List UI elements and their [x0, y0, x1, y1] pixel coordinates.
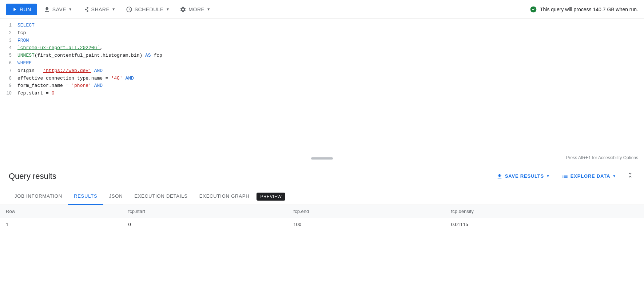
tab-execution-graph[interactable]: EXECUTION GRAPH: [194, 188, 255, 205]
line-number: 2: [0, 30, 17, 37]
results-title: Query results: [9, 172, 493, 181]
token-plain: fcp: [154, 53, 162, 58]
save-chevron: ▼: [68, 7, 72, 11]
save-icon: [44, 6, 50, 13]
token-kw: SELECT: [17, 23, 35, 28]
results-header: Query results SAVE RESULTS ▼ EXPLORE DAT…: [0, 164, 644, 188]
results-actions: SAVE RESULTS ▼ EXPLORE DATA ▼: [493, 170, 635, 182]
token-kw: AS: [142, 53, 154, 58]
token-fn-color: UNNEST: [17, 53, 35, 58]
table-row: 101000.01115: [0, 218, 644, 231]
col-header-fcp-end: fcp.end: [288, 205, 445, 218]
schedule-label: SCHEDULE: [135, 7, 164, 12]
line-content: FROM: [17, 37, 644, 45]
line-number: 6: [0, 60, 17, 67]
tab-execution-details[interactable]: EXECUTION DETAILS: [128, 188, 193, 205]
save-button[interactable]: SAVE ▼: [40, 3, 76, 16]
line-number: 4: [0, 45, 17, 52]
results-section: Query results SAVE RESULTS ▼ EXPLORE DAT…: [0, 164, 644, 231]
editor-line: 10 fcp.start = 0: [0, 90, 644, 97]
editor-line: 8 effective_connection_type.name = '4G' …: [0, 75, 644, 82]
col-header-row: Row: [0, 205, 123, 218]
line-number: 7: [0, 68, 17, 74]
save-results-chevron: ▼: [546, 174, 550, 178]
check-circle-icon: [530, 6, 537, 13]
schedule-button[interactable]: SCHEDULE ▼: [122, 3, 174, 16]
token-kw: AND: [94, 68, 103, 73]
tab-job-information[interactable]: JOB INFORMATION: [9, 188, 68, 205]
tab-results[interactable]: RESULTS: [68, 188, 103, 205]
editor-line: 6WHERE: [0, 60, 644, 67]
run-button[interactable]: RUN: [6, 4, 37, 15]
col-header-fcp-start: fcp.start: [123, 205, 288, 218]
token-plain: [91, 83, 94, 88]
line-number: 10: [0, 90, 17, 97]
preview-badge: PREVIEW: [257, 193, 285, 201]
table-header-row: Rowfcp.startfcp.endfcp.density: [0, 205, 644, 218]
line-content: UNNEST(first_contentful_paint.histogram.…: [17, 52, 644, 60]
more-button[interactable]: MORE ▼: [176, 3, 214, 16]
play-icon: [12, 7, 17, 12]
explore-data-button[interactable]: EXPLORE DATA ▼: [559, 171, 619, 182]
tab-json[interactable]: JSON: [103, 188, 129, 205]
token-plain: [91, 68, 94, 73]
table-cell-fcp-start: 0: [123, 218, 288, 231]
token-kw: FROM: [17, 38, 29, 43]
results-tabs: JOB INFORMATIONRESULTSJSONEXECUTION DETA…: [0, 188, 644, 205]
explore-data-icon: [562, 173, 568, 180]
expand-icon: [627, 172, 634, 179]
table-cell-fcp-end: 100: [288, 218, 445, 231]
save-label: SAVE: [52, 7, 66, 12]
col-header-fcp-density: fcp.density: [445, 205, 644, 218]
share-button[interactable]: SHARE ▼: [79, 3, 119, 16]
save-results-icon: [496, 173, 503, 180]
editor-line: 4 `chrome-ux-report.all.202206`,: [0, 44, 644, 52]
token-str-link: 'https://web.dev': [43, 68, 91, 73]
toolbar: RUN SAVE ▼ SHARE ▼ SCHEDULE ▼ MORE ▼: [0, 0, 644, 19]
line-content: fcp: [17, 29, 644, 37]
line-number: 3: [0, 37, 17, 44]
line-content: effective_connection_type.name = '4G' AN…: [17, 75, 644, 82]
token-plain: fcp.start: [17, 90, 46, 96]
token-plain: [123, 76, 126, 81]
editor-line: 9 form_factor.name = 'phone' AND: [0, 82, 644, 90]
accessibility-hint: Press Alt+F1 for Accessibility Options: [566, 155, 638, 160]
line-content: origin = 'https://web.dev' AND: [17, 67, 644, 75]
more-label: MORE: [188, 7, 204, 12]
editor-line: 1SELECT: [0, 22, 644, 29]
table-cell-row: 1: [0, 218, 123, 231]
results-table: Rowfcp.startfcp.endfcp.density 101000.01…: [0, 205, 644, 231]
line-content: fcp.start = 0: [17, 90, 644, 97]
editor-area[interactable]: 1SELECT2 fcp3FROM4 `chrome-ux-report.all…: [0, 19, 644, 164]
run-label: RUN: [20, 7, 31, 12]
line-number: 1: [0, 22, 17, 29]
share-icon: [83, 6, 89, 13]
token-plain: [49, 90, 52, 96]
share-label: SHARE: [91, 7, 110, 12]
share-chevron: ▼: [112, 7, 115, 11]
save-results-button[interactable]: SAVE RESULTS ▼: [493, 171, 553, 182]
line-number: 8: [0, 75, 17, 82]
more-chevron: ▼: [207, 7, 210, 11]
token-plain: effective_connection_type.name: [17, 76, 106, 81]
editor-line: 3FROM: [0, 37, 644, 45]
expand-collapse-button[interactable]: [625, 170, 635, 182]
token-str: 0: [52, 90, 55, 96]
table-body: 101000.01115: [0, 218, 644, 231]
token-kw: AND: [94, 83, 103, 88]
schedule-icon: [126, 6, 132, 13]
gear-icon: [180, 6, 186, 13]
query-info-text: This query will process 140.7 GB when ru…: [540, 7, 638, 12]
line-content: form_factor.name = 'phone' AND: [17, 82, 644, 90]
schedule-chevron: ▼: [166, 7, 170, 11]
horizontal-scrollbar[interactable]: [311, 157, 333, 160]
token-plain: =: [46, 90, 49, 96]
save-results-label: SAVE RESULTS: [505, 173, 544, 179]
explore-data-chevron: ▼: [612, 174, 616, 178]
token-table-ref: `chrome-ux-report.all.202206`: [17, 45, 100, 51]
token-kw: WHERE: [17, 60, 32, 66]
token-plain: form_factor.name: [17, 83, 66, 88]
token-kw: AND: [126, 76, 134, 81]
editor-line: 7 origin = 'https://web.dev' AND: [0, 67, 644, 75]
line-content: WHERE: [17, 60, 644, 67]
